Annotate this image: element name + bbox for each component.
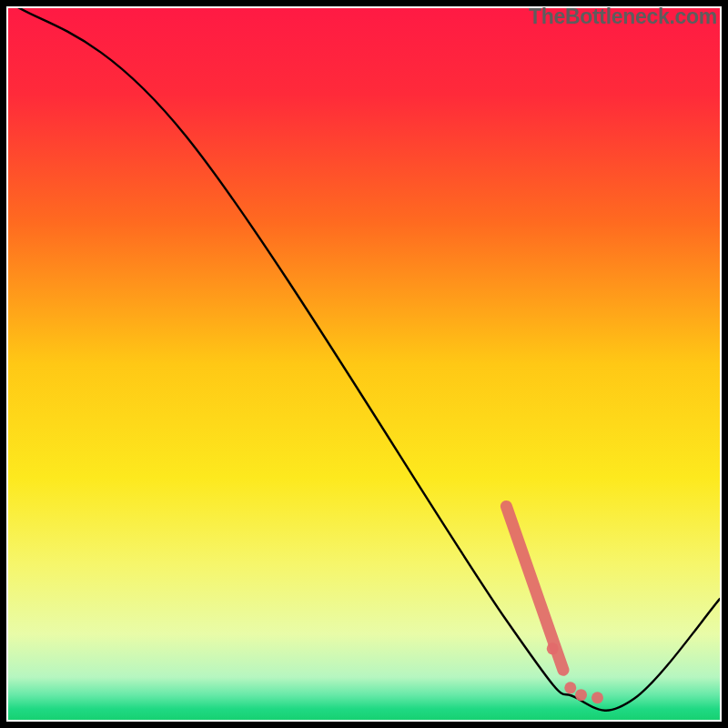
svg-rect-0 xyxy=(8,8,720,720)
svg-point-5 xyxy=(592,692,603,703)
chart-svg xyxy=(8,8,720,720)
svg-point-3 xyxy=(564,682,576,693)
watermark-text: TheBottleneck.com xyxy=(529,5,717,29)
svg-point-4 xyxy=(575,689,587,701)
svg-point-2 xyxy=(547,642,559,654)
bottleneck-chart xyxy=(8,8,720,720)
